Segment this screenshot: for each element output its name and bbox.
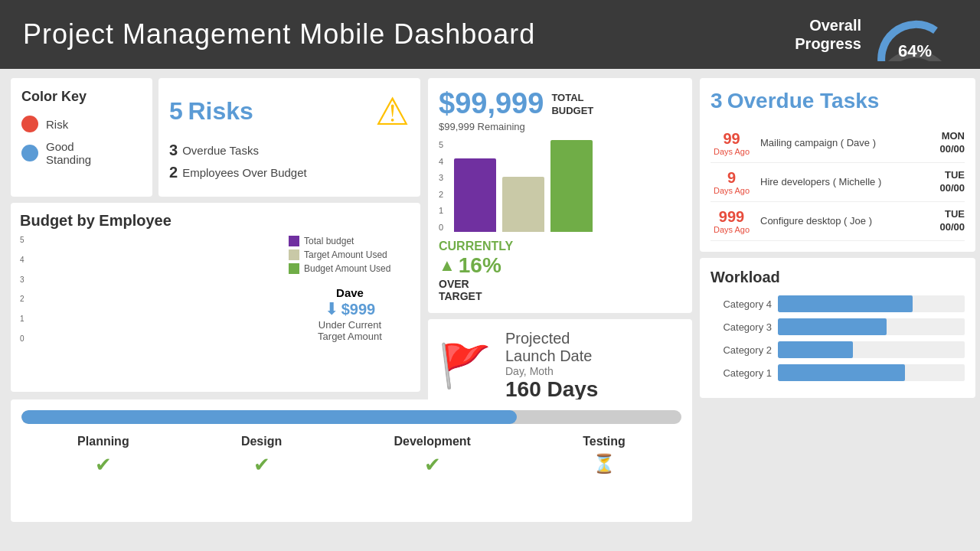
budget-legend: Total budget Target Amount Used Budget A…: [289, 236, 411, 274]
stage-development: Development ✔: [394, 435, 470, 477]
workload-cat3-bar-bg: [778, 318, 965, 335]
overbudget-count: 2: [169, 164, 178, 181]
task-3-days: 999: [710, 208, 753, 225]
center-panel: $99,999 TOTALBUDGET $99,999 Remaining 54…: [428, 78, 692, 392]
legend-target-label: Target Amount Used: [304, 249, 387, 260]
remaining-label: $99,999 Remaining: [439, 121, 681, 132]
stage-testing-icon: ⏳: [593, 453, 616, 474]
workload-cat2-label: Category 2: [710, 344, 772, 356]
stages-row: Planning ✔ Design ✔ Development ✔ Testin…: [21, 435, 681, 477]
color-key-title: Color Key: [21, 89, 142, 105]
left-panel: Color Key Risk GoodStanding 5 Risks ⚠ 3 …: [11, 78, 420, 392]
workload-title: Workload: [710, 269, 965, 286]
workload-row-cat3: Category 3: [710, 318, 965, 335]
good-standing-label: GoodStanding: [46, 140, 91, 166]
task-row-2: 9 Days Ago Hire developers ( Michelle ) …: [710, 163, 965, 202]
stage-testing: Testing ⏳: [583, 435, 626, 477]
workload-cat4-label: Category 4: [710, 298, 772, 310]
task-3-days-label: Days Ago: [710, 225, 753, 234]
task-1-days: 99: [710, 130, 753, 147]
center-bar-3: [550, 140, 593, 232]
budget-by-employee-title: Budget by Employee: [20, 212, 411, 230]
workload-row-cat1: Category 1: [710, 364, 965, 381]
currently-pct: ▲ 16%: [439, 253, 681, 278]
stage-planning: Planning ✔: [77, 435, 129, 477]
warning-icon: ⚠: [375, 90, 410, 134]
good-standing-dot: [21, 145, 38, 161]
overdue-label: Overdue Tasks: [182, 144, 259, 157]
stage-testing-label: Testing: [583, 435, 626, 448]
workload-cat3-bar: [778, 318, 887, 335]
budget-content: 543210: [20, 236, 411, 343]
total-budget-label: TOTALBUDGET: [551, 92, 593, 118]
task-1-date: MON 00/00: [923, 130, 965, 156]
dave-amount: $999: [341, 301, 376, 318]
workload-cat1-bar-bg: [778, 364, 965, 381]
risks-count: 5: [169, 97, 183, 125]
header: Project Management Mobile Dashboard Over…: [0, 0, 980, 69]
launch-days: 160 Days: [505, 377, 598, 402]
under-target-label: Under CurrentTarget Amount: [289, 319, 411, 342]
task-2-date: TUE 00/00: [923, 169, 965, 195]
currently-label: CURRENTLY: [439, 240, 681, 253]
workload-row-cat4: Category 4: [710, 295, 965, 312]
dave-name: Dave: [289, 286, 411, 299]
budget-header-row: $99,999 TOTALBUDGET: [439, 89, 681, 118]
y-axis: 543210: [20, 236, 24, 343]
risk-label: Risk: [46, 118, 68, 131]
stage-development-check: ✔: [424, 453, 441, 477]
budget-bars: 543210: [20, 236, 281, 343]
overall-progress-bar: [21, 410, 681, 424]
task-2-days-ago: 9 Days Ago: [710, 169, 753, 195]
overdue-tasks-card: 3 Overdue Tasks 99 Days Ago Mailing camp…: [700, 78, 975, 252]
task-3-days-ago: 999 Days Ago: [710, 208, 753, 234]
center-bar-2: [502, 177, 544, 232]
workload-cat4-bar-bg: [778, 295, 965, 312]
budget-legend-note: Total budget Target Amount Used Budget A…: [289, 236, 411, 343]
overdue-tasks-detail: 3 Overdue Tasks: [169, 142, 410, 159]
gauge-chart: 64%: [873, 8, 957, 61]
workload-card: Workload Category 4 Category 3 Category …: [700, 258, 975, 398]
key-item-good: GoodStanding: [21, 140, 142, 166]
workload-row-cat2: Category 2: [710, 341, 965, 358]
legend-budget-label: Budget Amount Used: [304, 263, 390, 274]
stage-design-label: Design: [241, 435, 282, 448]
budget-by-employee-card: Budget by Employee 543210: [11, 203, 420, 392]
overbudget-label: Employees Over Budget: [182, 166, 307, 179]
task-1-name: Mailing campaign ( Dave ): [760, 136, 915, 150]
overdue-count-label: 3: [710, 89, 723, 112]
legend-budget-box: [289, 263, 299, 274]
legend-budget: Budget Amount Used: [289, 263, 411, 274]
workload-cat1-label: Category 1: [710, 367, 772, 379]
main-grid: Color Key Risk GoodStanding 5 Risks ⚠ 3 …: [0, 69, 980, 551]
task-row-1: 99 Days Ago Mailing campaign ( Dave ) MO…: [710, 124, 965, 163]
color-key-card: Color Key Risk GoodStanding: [11, 78, 152, 197]
legend-total: Total budget: [289, 236, 411, 246]
stage-planning-check: ✔: [95, 453, 112, 477]
progress-bar-fill: [21, 410, 517, 424]
total-budget-amount: $99,999: [439, 89, 544, 118]
task-2-days: 9: [710, 169, 753, 186]
launch-info: ProjectedLaunch Date Day, Moth 160 Days: [505, 330, 598, 402]
task-1-days-ago: 99 Days Ago: [710, 130, 753, 156]
task-row-3: 999 Days Ago Configure desktop ( Joe ) T…: [710, 202, 965, 241]
stage-development-label: Development: [394, 435, 470, 448]
dave-note: Dave ⬇ $999 Under CurrentTarget Amount: [289, 286, 411, 342]
legend-target-box: [289, 249, 299, 260]
risks-title: 5 Risks: [169, 97, 253, 126]
workload-cat2-bar: [778, 341, 853, 358]
task-3-name: Configure desktop ( Joe ): [760, 214, 915, 228]
overbudget-detail: 2 Employees Over Budget: [169, 164, 410, 181]
workload-cat4-bar: [778, 295, 913, 312]
stage-planning-label: Planning: [77, 435, 129, 448]
page-title: Project Management Mobile Dashboard: [23, 18, 535, 51]
bottom-right-spacer: [700, 399, 975, 522]
currently-section: CURRENTLY ▲ 16% OVERTARGET: [439, 240, 681, 302]
launch-date-card: 🚩 ProjectedLaunch Date Day, Moth 160 Day…: [428, 319, 692, 412]
risk-dot: [21, 116, 38, 132]
overdue-count: 3: [169, 142, 178, 159]
center-budget-card: $99,999 TOTALBUDGET $99,999 Remaining 54…: [428, 78, 692, 313]
task-2-name: Hire developers ( Michelle ): [760, 175, 915, 189]
overall-progress-widget: OverallProgress 64%: [795, 8, 957, 61]
launch-title: ProjectedLaunch Date: [505, 330, 598, 365]
